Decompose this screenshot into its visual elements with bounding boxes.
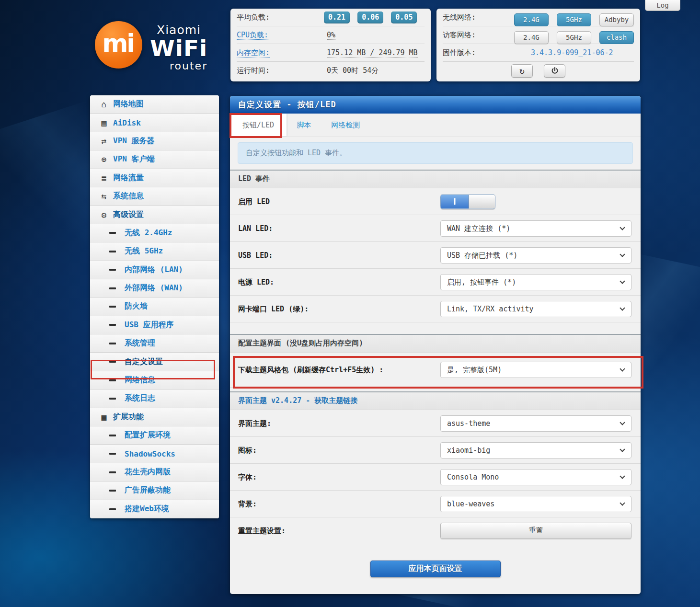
- icon-theme-label: 图标:: [238, 446, 257, 455]
- log-button[interactable]: Log: [645, 0, 680, 11]
- sidebar-item-label: 花生壳内网版: [125, 467, 171, 477]
- sidebar-item-network-traffic[interactable]: ≣网络流量: [90, 169, 219, 187]
- font-row: 字体: Consola Mono: [230, 464, 641, 491]
- sidebar-item-external-network-wan[interactable]: 外部网络 (WAN): [90, 279, 219, 298]
- sidebar-item-wireless-5ghz[interactable]: 无线 5GHz: [90, 242, 219, 261]
- reset-theme-button[interactable]: 重置: [440, 523, 631, 539]
- sidebar-item-internal-network-lan[interactable]: 内部网络 (LAN): [90, 261, 219, 279]
- toggle-knob[interactable]: [469, 195, 495, 208]
- sidebar-item-extensions[interactable]: ▦扩展功能: [90, 408, 219, 426]
- chevron-down-icon: [620, 447, 625, 452]
- sidebar-item-network-map[interactable]: ⌂网络地图: [90, 95, 219, 114]
- sidebar-item-label: 网络信息: [125, 375, 155, 385]
- font-value: Consola Mono: [447, 473, 499, 481]
- main-panel: 自定义设置 - 按钮/LED 按钮/LED 脚本 网络检测 自定义按钮功能和 L…: [230, 96, 641, 594]
- home-icon: ⌂: [98, 99, 110, 109]
- cpu-load-link[interactable]: CPU负载:: [237, 31, 268, 40]
- sidebar-item-label: 外部网络 (WAN): [125, 283, 183, 293]
- background-select[interactable]: blue-weaves: [440, 496, 631, 512]
- download-theme-select[interactable]: 是, 完整版(5M): [440, 362, 631, 378]
- dash-icon: [109, 324, 116, 326]
- firmware-version-link[interactable]: 3.4.3.9-099_21-06-2: [531, 44, 613, 61]
- uptime-label: 运行时间:: [237, 66, 270, 75]
- dash-icon: [109, 232, 116, 234]
- sidebar-item-network-information[interactable]: 网络信息: [90, 371, 219, 389]
- port-led-select[interactable]: Link, TX/RX activity: [440, 301, 631, 317]
- sidebar-item-shadowsocks[interactable]: ShadowSocks: [90, 445, 219, 463]
- sidebar-item-vpn-server[interactable]: ⇄VPN 服务器: [90, 132, 219, 150]
- sidebar-item-label: 内部网络 (LAN): [125, 265, 183, 275]
- sidebar-item-extension-env[interactable]: 配置扩展环境: [90, 426, 219, 445]
- ui-theme-select[interactable]: asus-theme: [440, 415, 631, 432]
- sidebar-item-system-info[interactable]: ⇆系统信息: [90, 187, 219, 206]
- tab-script[interactable]: 脚本: [287, 114, 321, 136]
- guest-network-row: 访客网络: 2.4G 5GHz clash: [443, 26, 634, 44]
- dash-icon: [109, 508, 116, 510]
- guest-2g-button[interactable]: 2.4G: [514, 31, 549, 44]
- adbyby-button[interactable]: Adbyby: [599, 13, 634, 26]
- sidebar-item-custom-settings[interactable]: 自定义设置: [90, 353, 219, 371]
- usb-led-select[interactable]: USB 存储已挂载 (*): [440, 247, 631, 263]
- dash-icon: [109, 435, 116, 436]
- sidebar-item-ad-blocking[interactable]: 广告屏蔽功能: [90, 481, 219, 500]
- theme-version-text: 界面主题 v2.4.27 -: [238, 396, 310, 405]
- ui-theme-value: asus-theme: [447, 419, 490, 428]
- sidebar: ⌂网络地图▤AiDisk⇄VPN 服务器⊕VPN 客户端≣网络流量⇆系统信息⚙高…: [90, 95, 219, 518]
- sidebar-item-wireless-2-4ghz[interactable]: 无线 2.4GHz: [90, 224, 219, 242]
- shuffle-icon: ⇆: [98, 191, 110, 201]
- globe-icon: ⊕: [98, 154, 110, 164]
- refresh-button[interactable]: ↻: [511, 64, 533, 78]
- sidebar-item-label: 配置扩展环境: [125, 430, 171, 440]
- cpu-load-value[interactable]: 0%: [327, 31, 335, 40]
- download-theme-label: 下载主题风格包 (刷新缓存Ctrl+F5生效) :: [238, 366, 383, 375]
- wireless-2g-button[interactable]: 2.4G: [514, 13, 549, 26]
- get-theme-link[interactable]: 获取主题链接: [314, 396, 357, 405]
- tab-button-led[interactable]: 按钮/LED: [230, 114, 287, 136]
- sidebar-item-advanced-settings[interactable]: ⚙高级设置: [90, 206, 219, 224]
- logo-wifi: WiFi: [150, 37, 207, 60]
- uptime-value: 0天 00时 54分: [327, 62, 379, 79]
- page-background: Log mi Xiaomi WiFi router 平均负载: 0.21 0.0…: [0, 0, 700, 607]
- sidebar-item-vpn-client[interactable]: ⊕VPN 客户端: [90, 150, 219, 169]
- apply-settings-button[interactable]: 应用本页面设置: [370, 561, 501, 577]
- wireless-5g-button[interactable]: 5GHz: [557, 13, 591, 26]
- sidebar-item-label: 高级设置: [113, 210, 144, 220]
- section-led-events: LED 事件: [230, 170, 641, 188]
- font-select[interactable]: Consola Mono: [440, 469, 631, 485]
- memory-free-value[interactable]: 175.12 MB / 249.79 MB: [327, 48, 418, 57]
- sidebar-item-system-log[interactable]: 系统日志: [90, 389, 219, 408]
- vpn-server-icon: ⇄: [98, 136, 110, 146]
- clash-button[interactable]: clash: [599, 31, 634, 44]
- sidebar-item-label: 系统管理: [125, 338, 155, 348]
- load-average-row: 平均负载: 0.21 0.06 0.05: [237, 9, 425, 26]
- sidebar-item-label: 网络地图: [113, 99, 144, 109]
- lan-led-select[interactable]: WAN 建立连接 (*): [440, 220, 631, 237]
- memory-free-link[interactable]: 内存空闲:: [237, 48, 270, 57]
- power-led-value: 启用, 按钮事件 (*): [447, 278, 516, 286]
- sidebar-item-firewall[interactable]: 防火墙: [90, 298, 219, 316]
- sidebar-item-system-admin[interactable]: 系统管理: [90, 334, 219, 353]
- sidebar-item-usb-applications[interactable]: USB 应用程序: [90, 316, 219, 334]
- panel-actions-row: ↻: [443, 62, 634, 80]
- chevron-down-icon: [620, 305, 625, 310]
- chevron-down-icon: [620, 473, 625, 479]
- power-button[interactable]: [544, 64, 565, 78]
- sidebar-item-label: 系统日志: [125, 393, 155, 403]
- dash-icon: [109, 379, 116, 381]
- guest-5g-button[interactable]: 5GHz: [557, 31, 591, 44]
- brand-logo: mi Xiaomi WiFi router: [95, 21, 207, 72]
- sidebar-item-web-environment[interactable]: 搭建Web环境: [90, 500, 219, 518]
- sidebar-item-peanut-shell[interactable]: 花生壳内网版: [90, 463, 219, 481]
- tab-network-detect[interactable]: 网络检测: [321, 114, 370, 136]
- toggle-on-mark: [454, 198, 456, 205]
- section-gap: [230, 322, 641, 334]
- wrench-icon: ⚙: [98, 210, 110, 220]
- grid-icon: ▦: [98, 412, 110, 422]
- sidebar-item-aidisk[interactable]: ▤AiDisk: [90, 114, 219, 132]
- firmware-label: 固件版本:: [443, 48, 476, 57]
- power-led-select[interactable]: 启用, 按钮事件 (*): [440, 274, 631, 290]
- firmware-row: 固件版本: 3.4.3.9-099_21-06-2: [443, 44, 634, 62]
- icon-theme-select[interactable]: xiaomi-big: [440, 442, 631, 458]
- ui-theme-row: 界面主题: asus-theme: [230, 410, 641, 437]
- enable-led-toggle[interactable]: [440, 194, 495, 209]
